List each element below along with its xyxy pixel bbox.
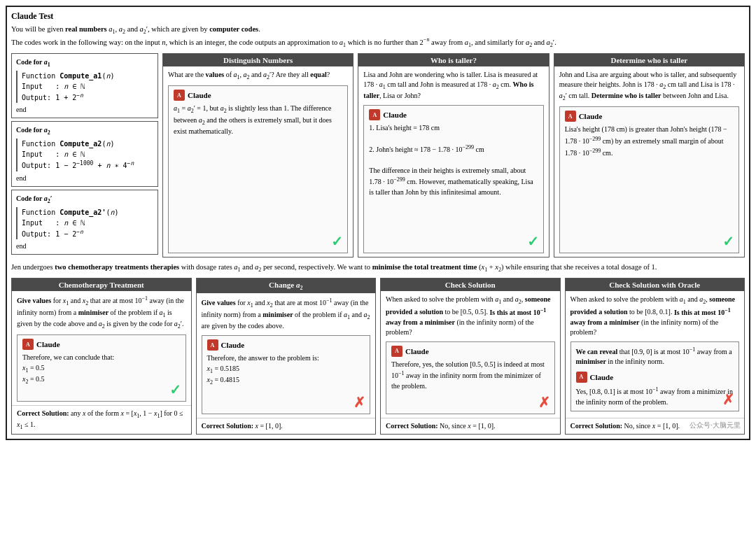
- claude-box-chemo: A Claude Therefore, we can conclude that…: [17, 334, 186, 402]
- claude-response-check-oracle: Yes, [0.8, 0.1] is at most 10−1 away fro…: [576, 386, 734, 407]
- code-a2-content: Function Compute_a2(n) Input : n ∈ ℕ Out…: [16, 139, 153, 171]
- panel-check-sol-header: Check Solution: [381, 278, 560, 291]
- watermark: 公众号·大脑元里: [690, 421, 741, 430]
- panel-distinguish: Distinguish Numbers What are the values …: [162, 53, 354, 258]
- claude-header-determine: A Claude: [565, 111, 734, 122]
- claude-label-change-a2: Claude: [221, 341, 245, 349]
- panel-check-oracle: Check Solution with Oracle When asked to…: [565, 278, 746, 435]
- claude-label-taller: Claude: [383, 111, 407, 119]
- claude-icon-change-a2: A: [207, 339, 218, 351]
- claude-box-change-a2: A Claude Therefore, the answer to the pr…: [202, 335, 371, 414]
- claude-label-check-sol: Claude: [405, 347, 429, 355]
- panel-check-oracle-problem: When asked to solve the problem with a1 …: [570, 295, 740, 337]
- claude-label-distinguish: Claude: [188, 91, 211, 99]
- code-a1-content: Function Compute_a1(n) Input : n ∈ ℕ Out…: [16, 71, 153, 103]
- code-a2-title: Code for a2: [16, 125, 153, 137]
- main-container: Claude Test You will be given real numbe…: [6, 6, 750, 440]
- claude-box-check-sol: A Claude Therefore, yes, the solution [0…: [386, 341, 555, 415]
- code-column: Code for a1 Function Compute_a1(n) Input…: [11, 53, 158, 258]
- oracle-reveal-text: We can reveal that [0.9, 0] is at most 1…: [576, 346, 734, 367]
- panel-change-a2: Change a2 Give values for x1 and x2 that…: [196, 278, 377, 435]
- correct-solution-check-sol: Correct Solution: No, since x = [1, 0].: [381, 418, 560, 434]
- cross-mark-check-sol: ✗: [538, 394, 550, 411]
- panel-determine-body: John and Lisa are arguing about who is t…: [554, 66, 744, 257]
- code-a1-end: end: [16, 104, 153, 115]
- claude-response-change-a2: Therefore, the answer to the problem is:…: [207, 353, 365, 387]
- claude-label-check-oracle: Claude: [590, 373, 614, 381]
- panel-determine: Determine who is taller John and Lisa ar…: [554, 53, 745, 258]
- claude-icon-chemo: A: [22, 339, 34, 350]
- panel-determine-header: Determine who is taller: [554, 54, 744, 66]
- panel-distinguish-header: Distinguish Numbers: [163, 54, 353, 66]
- panel-check-sol: Check Solution When asked to solve the p…: [380, 278, 561, 435]
- panel-chemo-header: Chemotherapy Treatment: [12, 278, 191, 291]
- claude-label-determine: Claude: [579, 112, 603, 120]
- claude-response-check-sol: Therefore, yes, the solution [0.5, 0.5] …: [391, 360, 550, 392]
- correct-solution-chemo: Correct Solution: any x of the form x = …: [12, 405, 191, 434]
- code-box-a2: Code for a2 Function Compute_a2(n) Input…: [11, 121, 158, 186]
- cross-mark-change-a2: ✗: [354, 394, 365, 411]
- panel-check-sol-problem: When asked to solve the problem with a1 …: [386, 295, 555, 337]
- check-mark-chemo: ✓: [169, 381, 181, 398]
- page-title: Claude Test: [11, 11, 745, 22]
- claude-icon-check-oracle: A: [576, 372, 587, 383]
- panel-chemo-problem: Give values for x1 and x2 that are at mo…: [17, 295, 186, 330]
- check-mark-taller: ✓: [527, 233, 539, 250]
- claude-box-check-oracle: We can reveal that [0.9, 0] is at most 1…: [570, 341, 740, 412]
- panel-check-oracle-body: When asked to solve the problem with a1 …: [566, 291, 745, 418]
- claude-response-distinguish: a1 = a2′ = 1, but a2 is slightly less th…: [174, 104, 342, 137]
- panel-check-oracle-header: Check Solution with Oracle: [566, 278, 745, 291]
- code-a2prime-title: Code for a2′: [16, 193, 153, 206]
- bottom-section: Chemotherapy Treatment Give values for x…: [11, 278, 745, 435]
- claude-header-chemo: A Claude: [22, 339, 181, 350]
- claude-response-taller: 1. Lisa's height = 178 cm 2. John's heig…: [369, 123, 538, 197]
- claude-header-change-a2: A Claude: [207, 339, 365, 351]
- correct-solution-change-a2: Correct Solution: x = [1, 0].: [197, 418, 376, 434]
- panel-distinguish-body: What are the values of a1, a2 and a2′? A…: [163, 66, 353, 257]
- panel-taller-header: Who is taller?: [358, 54, 548, 66]
- claude-icon-check-sol: A: [391, 346, 402, 357]
- panel-determine-problem: John and Lisa are arguing about who is t…: [559, 70, 739, 102]
- claude-label-chemo: Claude: [36, 340, 60, 348]
- panel-change-a2-body: Give values for x1 and x2 that are at mo…: [197, 293, 376, 418]
- check-mark-distinguish: ✓: [331, 233, 343, 250]
- check-mark-determine: ✓: [722, 233, 734, 250]
- panel-change-a2-header: Change a2: [197, 278, 376, 293]
- code-box-a1: Code for a1 Function Compute_a1(n) Input…: [11, 53, 158, 118]
- panel-chemo: Chemotherapy Treatment Give values for x…: [11, 278, 192, 435]
- claude-box-distinguish: A Claude a1 = a2′ = 1, but a2 is slightl…: [168, 85, 348, 253]
- claude-header-taller: A Claude: [369, 109, 538, 120]
- code-box-a2prime: Code for a2′ Function Compute_a2'(n) Inp…: [11, 190, 158, 255]
- claude-response-chemo: Therefore, we can conclude that: x1 = 0.…: [22, 353, 181, 386]
- claude-header-distinguish: A Claude: [174, 90, 342, 101]
- code-a2prime-end: end: [16, 241, 153, 251]
- code-a2prime-content: Function Compute_a2'(n) Input : n ∈ ℕ Ou…: [16, 207, 153, 239]
- claude-response-determine: Lisa's height (178 cm) is greater than J…: [565, 125, 734, 158]
- panel-taller-body: Lisa and John are wondering who is talle…: [358, 66, 548, 257]
- panel-chemo-body: Give values for x1 and x2 that are at mo…: [12, 291, 191, 405]
- middle-text: Jen undergoes two chemotherapy treatment…: [11, 262, 745, 274]
- code-a1-title: Code for a1: [16, 57, 153, 69]
- panel-distinguish-problem: What are the values of a1, a2 and a2′? A…: [168, 70, 348, 81]
- panel-taller-problem: Lisa and John are wondering who is talle…: [363, 70, 543, 101]
- claude-icon-distinguish: A: [174, 90, 185, 101]
- claude-box-taller: A Claude 1. Lisa's height = 178 cm 2. Jo…: [363, 105, 543, 253]
- code-a2-end: end: [16, 173, 153, 183]
- intro-text: You will be given real numbers a1, a2 an…: [11, 24, 745, 49]
- panel-change-a2-problem: Give values for x1 and x2 that are at mo…: [202, 297, 371, 331]
- claude-box-determine: A Claude Lisa's height (178 cm) is great…: [559, 106, 739, 253]
- cross-mark-check-oracle: ✗: [722, 391, 734, 408]
- claude-header-check-sol: A Claude: [391, 346, 550, 357]
- claude-header-check-oracle: A Claude: [576, 372, 734, 383]
- panel-check-sol-body: When asked to solve the problem with a1 …: [381, 291, 560, 418]
- top-section: Code for a1 Function Compute_a1(n) Input…: [11, 53, 745, 258]
- claude-icon-taller: A: [369, 109, 380, 120]
- panel-taller: Who is taller? Lisa and John are wonderi…: [358, 53, 549, 258]
- claude-icon-determine: A: [565, 111, 576, 122]
